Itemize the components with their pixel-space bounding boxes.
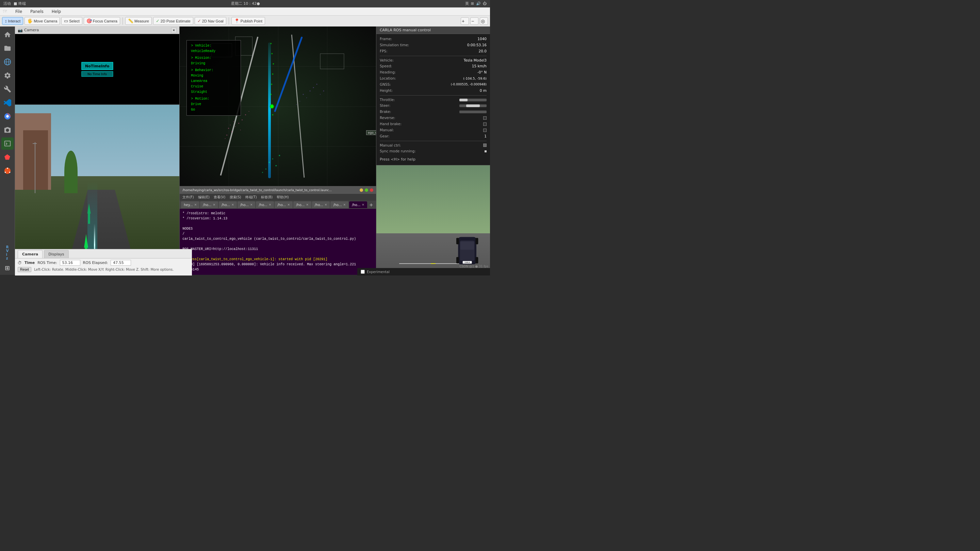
move-camera-button[interactable]: 🖐 Move Camera xyxy=(24,17,60,25)
term-info-line1: [INFO] [1695091253.090960, 0.000000]: Ve… xyxy=(182,262,373,267)
term-tab-7[interactable]: /ho...✕ xyxy=(293,202,311,208)
term-tab-2[interactable]: /ho...✕ xyxy=(200,202,218,208)
svg-point-22 xyxy=(306,98,307,98)
sidebar-item-terminal[interactable] xyxy=(2,137,14,150)
term-menu-file[interactable]: 文件(F) xyxy=(182,195,194,200)
zoom-reset-button[interactable]: ◎ xyxy=(480,17,488,25)
carla-reverse-checkbox xyxy=(483,116,487,120)
carla-gnss-value: (-0.000535, -0.000948) xyxy=(451,82,487,87)
term-tab-6[interactable]: /ho...✕ xyxy=(275,202,293,208)
camera-title: Camera xyxy=(24,28,39,32)
carla-manualctrl-label: Manual ctrl: xyxy=(380,143,421,149)
term-tab-3[interactable]: /ho...✕ xyxy=(219,202,237,208)
term-menu-edit[interactable]: 编辑(E) xyxy=(198,195,210,200)
measure-button[interactable]: 📏 Measure xyxy=(125,17,152,25)
terminal-content[interactable]: * /rosdistro: melodic * /rosversion: 1.1… xyxy=(180,209,376,275)
behavior-status-label: > Behavior: xyxy=(191,68,237,73)
term-menu-help[interactable]: 帮助(H) xyxy=(277,195,288,200)
carla-manualctrl-row: Manual ctrl: xyxy=(380,143,487,149)
carla-heading-row: Heading: -0° N xyxy=(380,69,487,76)
carla-gear-value: 1 xyxy=(484,133,487,140)
sidebar-grid-icon[interactable]: ⊞ xyxy=(3,263,11,273)
carla-reverse-label: Reverse: xyxy=(380,115,421,121)
pose-estimate-button[interactable]: ✓ 2D Pose Estimate xyxy=(153,17,193,25)
ros-time-value: 53.16 xyxy=(60,260,80,266)
terminal-close-btn[interactable] xyxy=(370,189,373,192)
terminal-maximize-btn[interactable] xyxy=(365,189,368,192)
left-sidebar: ⬟ RViz ⊞ xyxy=(0,27,15,275)
focus-camera-button[interactable]: 🎯 Focus Camera xyxy=(84,17,120,25)
file-menu[interactable]: File xyxy=(14,8,24,14)
carla-height-value: 0 m xyxy=(480,88,487,94)
sidebar-item-camera-app[interactable] xyxy=(2,124,14,136)
mission-status-value: Driving xyxy=(191,61,237,66)
tab-displays[interactable]: Displays xyxy=(44,250,68,258)
carla-speed-label: Speed: xyxy=(380,63,421,69)
term-tab-9[interactable]: /ho...✕ xyxy=(331,202,348,208)
tree xyxy=(64,151,78,193)
term-menu-view[interactable]: 查看(V) xyxy=(214,195,226,200)
sidebar-item-tools[interactable] xyxy=(2,83,14,95)
sidebar-item-home[interactable] xyxy=(2,29,14,41)
svg-rect-53 xyxy=(460,241,474,250)
measure-icon: 📏 xyxy=(128,18,134,24)
select-button[interactable]: ▭ Select xyxy=(61,17,82,25)
svg-rect-46 xyxy=(320,54,344,69)
carla-steer-fill xyxy=(466,105,480,107)
sidebar-item-files[interactable] xyxy=(2,42,14,54)
bottom-actions: Reset Left-Click: Rotate. Middle-Click: … xyxy=(18,267,189,272)
term-tab-4[interactable]: /ho...✕ xyxy=(237,202,256,208)
zoom-out-button[interactable]: − xyxy=(470,17,479,25)
nav-goal-button[interactable]: ✓ 2D Nav Goal xyxy=(195,17,226,25)
term-menu-search[interactable]: 搜索(S) xyxy=(230,195,241,200)
sidebar-item-ubuntu[interactable] xyxy=(2,165,14,177)
terminal-tabs: hey...✕ /ho...✕ /ho...✕ /ho...✕ /ho...✕ … xyxy=(180,201,376,209)
svg-point-27 xyxy=(317,84,318,85)
term-tab-1[interactable]: hey...✕ xyxy=(181,202,199,208)
reset-button[interactable]: Reset xyxy=(18,267,31,272)
network-icon: ⊞ xyxy=(471,2,474,6)
carla-fps-value: 20.0 xyxy=(479,48,487,54)
camera-close-btn[interactable]: ✕ xyxy=(171,27,177,33)
svg-point-36 xyxy=(270,43,272,44)
move-camera-icon: 🖐 xyxy=(27,18,33,24)
activities-label[interactable]: 活动 xyxy=(3,1,11,6)
svg-point-8 xyxy=(9,172,10,173)
sidebar-item-vscode[interactable] xyxy=(2,97,14,109)
term-menu-tags[interactable]: 标签(B) xyxy=(261,195,273,200)
sidebar-item-settings[interactable] xyxy=(2,69,14,82)
sidebar-item-chromium[interactable] xyxy=(2,110,14,122)
rviz-topdown-view[interactable]: > Vehicle: VehicleReady > Mission: Drivi… xyxy=(180,27,376,186)
nav-goal-icon: ✓ xyxy=(197,18,201,24)
tab-camera[interactable]: Camera xyxy=(18,250,43,258)
term-ros-master: ROS_MASTER_URI=http://localhost:11311 xyxy=(182,246,373,252)
panels-menu[interactable]: Panels xyxy=(29,8,45,14)
zoom-in-button[interactable]: + xyxy=(461,17,469,25)
svg-text:CARLA: CARLA xyxy=(465,262,470,263)
carla-throttle-fill xyxy=(460,98,468,102)
clock-icon: ⏱ xyxy=(18,260,22,265)
term-new-tab-btn[interactable]: + xyxy=(368,202,375,208)
term-menu-terminal[interactable]: 终端(T) xyxy=(245,195,257,200)
carla-3d-view: CARLA xyxy=(376,165,490,275)
sidebar-item-browser[interactable] xyxy=(2,56,14,68)
interact-button[interactable]: ↕ Interact xyxy=(2,17,23,25)
term-info-line2: 73035145 xyxy=(182,267,373,272)
sidebar-item-alert[interactable]: ⬟ xyxy=(2,151,14,163)
help-menu[interactable]: Help xyxy=(50,8,62,14)
motion-line1: Drive xyxy=(191,102,237,107)
svg-point-21 xyxy=(303,94,304,95)
carla-simtime-label: Simulation time: xyxy=(380,42,421,48)
terminal-minimize-btn[interactable] xyxy=(360,189,363,192)
behavior-line1: LaneArea xyxy=(191,79,237,84)
term-tab-8[interactable]: /ho...✕ xyxy=(312,202,330,208)
vehicle-status-label: > Vehicle: xyxy=(191,43,237,49)
carla-sky xyxy=(376,165,490,233)
carla-vehicle-label: Vehicle: xyxy=(380,57,421,64)
carla-manualctrl-checkbox xyxy=(483,143,487,147)
select-icon: ▭ xyxy=(64,18,68,24)
publish-point-button[interactable]: 📍 Publish Point xyxy=(231,17,265,25)
term-tab-10[interactable]: /ho...✕ xyxy=(349,202,367,208)
experimental-checkbox[interactable] xyxy=(361,270,365,274)
term-tab-5[interactable]: /ho...✕ xyxy=(256,202,274,208)
